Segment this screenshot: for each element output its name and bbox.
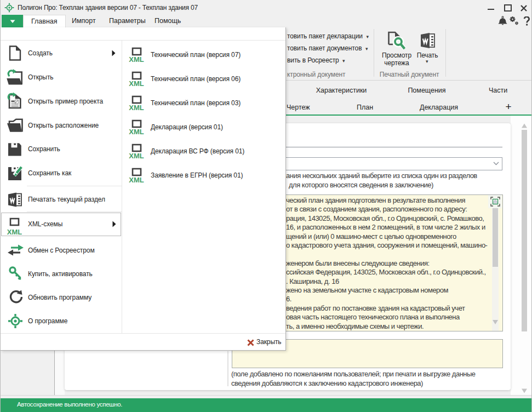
svg-text:XML: XML [129, 104, 144, 112]
svg-text:XML: XML [129, 128, 144, 136]
svg-text:XML: XML [129, 176, 144, 184]
svg-text:XML: XML [129, 55, 144, 64]
svg-text:XML: XML [129, 79, 144, 88]
svg-text:XML: XML [129, 152, 144, 160]
svg-text:XML: XML [7, 228, 22, 236]
